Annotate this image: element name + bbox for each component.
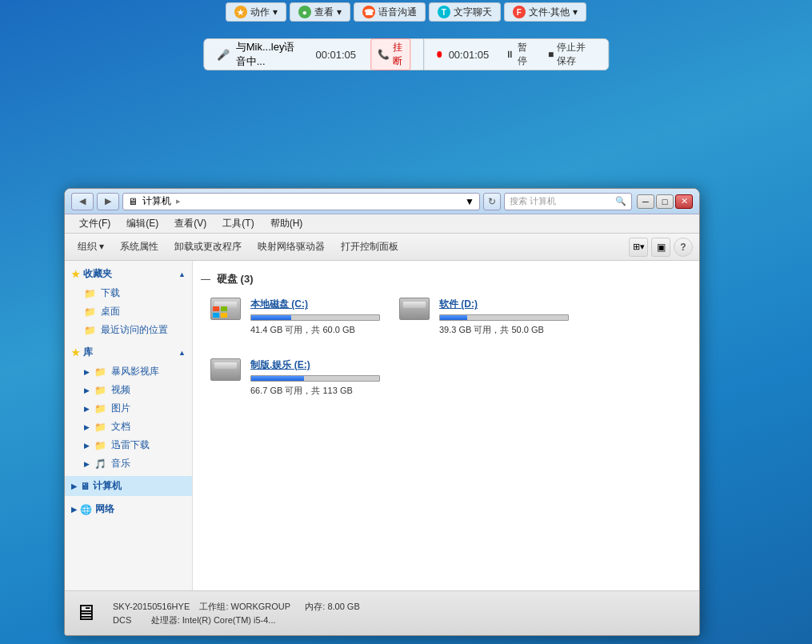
sidebar-library-header[interactable]: ★ 库 ▲ xyxy=(65,342,192,362)
hangup-button[interactable]: 📞 挂断 xyxy=(370,38,411,70)
folder-icon: 📁 xyxy=(84,325,96,336)
back-button[interactable]: ◀ xyxy=(71,193,94,210)
drive-c-name: 本地磁盘 (C:) xyxy=(250,298,380,311)
voice-button[interactable]: ☎ 语音沟通 xyxy=(354,2,426,22)
menu-file[interactable]: 文件(F) xyxy=(71,215,118,232)
refresh-button[interactable]: ↻ xyxy=(483,193,501,210)
voice-label: 语音沟通 xyxy=(378,6,417,19)
view-mode-button[interactable]: ⊞▾ xyxy=(629,238,648,257)
folder-icon: 📁 xyxy=(84,288,96,299)
address-bar[interactable]: 🖥 计算机 ▸ ▼ xyxy=(122,193,480,210)
recent-label: 最近访问的位置 xyxy=(101,323,168,337)
sidebar-item-video[interactable]: ▶ 📁 视频 xyxy=(65,381,192,399)
folder-icon: 📁 xyxy=(94,403,106,414)
address-icon: 🖥 xyxy=(128,196,138,207)
drives-section-header: 硬盘 (3) xyxy=(201,272,691,286)
command-bar: 组织 ▾ 系统属性 卸载或更改程序 映射网络驱动器 打开控制面板 ⊞▾ ▣ ? xyxy=(65,234,699,261)
organize-button[interactable]: 组织 ▾ xyxy=(71,238,110,256)
dc-label: DCS xyxy=(113,615,131,625)
recording-info: 00:01:05 ⏸ 暂停 ■ 停止并保存 xyxy=(424,38,610,70)
chevron-down-icon: ▲ xyxy=(178,349,186,357)
video-label: 视频 xyxy=(111,383,130,397)
computer-icon: 🖥 xyxy=(80,481,90,492)
drive-e-icon xyxy=(210,358,242,387)
sidebar-item-thunder[interactable]: ▶ 📁 迅雷下载 xyxy=(65,436,192,454)
menu-tools[interactable]: 工具(T) xyxy=(214,215,262,232)
uninstall-button[interactable]: 卸载或更改程序 xyxy=(168,238,248,256)
stop-button[interactable]: ■ 停止并保存 xyxy=(543,39,595,70)
preview-pane-button[interactable]: ▣ xyxy=(651,238,670,257)
music-label: 音乐 xyxy=(111,457,130,470)
svg-rect-1 xyxy=(221,306,227,311)
drive-e-item[interactable]: 制版.娱乐 (E:) 66.7 GB 可用，共 113 GB xyxy=(207,355,383,400)
download-label: 下载 xyxy=(101,286,120,300)
svg-rect-2 xyxy=(213,313,219,318)
expand-icon: ▶ xyxy=(84,442,90,450)
minimize-button[interactable]: ─ xyxy=(637,194,654,209)
close-button[interactable]: ✕ xyxy=(675,194,693,209)
phone-icon: 📞 xyxy=(378,49,390,60)
action-button[interactable]: ★ 动作 ▾ xyxy=(226,2,286,22)
sidebar-item-pictures[interactable]: ▶ 📁 图片 xyxy=(65,399,192,418)
mic-icon: 🎤 xyxy=(217,49,230,61)
search-input[interactable]: 搜索 计算机 🔍 xyxy=(504,193,632,210)
menu-view[interactable]: 查看(V) xyxy=(166,215,214,232)
sys-props-button[interactable]: 系统属性 xyxy=(114,238,165,256)
expand-icon: ▶ xyxy=(84,405,90,413)
drive-c-stats: 41.4 GB 可用，共 60.0 GB xyxy=(250,324,380,336)
library-icon: ★ xyxy=(71,347,80,358)
stop-icon: ■ xyxy=(548,49,554,60)
rec-timer: 00:01:05 xyxy=(449,49,490,61)
sidebar-favorites-header[interactable]: ★ 收藏夹 ▲ xyxy=(65,264,192,284)
sidebar-item-music[interactable]: ▶ 🎵 音乐 xyxy=(65,454,192,473)
workgroup: 工作组: WORKGROUP xyxy=(199,602,290,611)
drive-d-fill xyxy=(440,315,467,320)
folder-icon: 📁 xyxy=(94,366,106,378)
section-title: 硬盘 (3) xyxy=(217,272,254,286)
drive-c-fill xyxy=(251,315,291,320)
drive-d-item[interactable]: 软件 (D:) 39.3 GB 可用，共 50.0 GB xyxy=(396,294,572,339)
action-label: 动作 xyxy=(250,6,270,19)
file-button[interactable]: F 文件·其他 ▾ xyxy=(504,2,586,22)
windows-logo-icon xyxy=(213,306,227,318)
expand-icon: ▶ xyxy=(84,386,90,394)
sidebar-item-desktop[interactable]: 📁 桌面 xyxy=(65,302,192,321)
expand-icon: ▶ xyxy=(84,460,90,468)
drives-grid: 本地磁盘 (C:) 41.4 GB 可用，共 60.0 GB 软件 (D: xyxy=(201,294,691,400)
file-icon: F xyxy=(513,6,526,18)
sidebar-network-header[interactable]: ▶ 🌐 网络 xyxy=(65,499,192,519)
network-label: 网络 xyxy=(95,502,114,516)
drive-e-body xyxy=(210,358,241,381)
computer-label: 计算机 xyxy=(93,479,122,493)
menu-help[interactable]: 帮助(H) xyxy=(262,215,311,232)
sidebar-item-download[interactable]: 📁 下载 xyxy=(65,284,192,302)
forward-button[interactable]: ▶ xyxy=(97,193,119,210)
sidebar-item-docs[interactable]: ▶ 📁 文档 xyxy=(65,418,192,436)
svg-rect-0 xyxy=(213,306,219,311)
drive-c-icon xyxy=(210,298,242,326)
control-panel-button[interactable]: 打开控制面板 xyxy=(334,238,405,256)
map-drive-button[interactable]: 映射网络驱动器 xyxy=(251,238,331,256)
call-info: 🎤 与Mik...ley语音中... 00:01:05 📞 挂断 xyxy=(203,38,424,70)
explorer-window: ◀ ▶ 🖥 计算机 ▸ ▼ ↻ 搜索 计算机 🔍 ─ □ ✕ 文件(F) 编辑(… xyxy=(64,188,700,636)
view-icon: ● xyxy=(298,6,311,18)
drive-c-item[interactable]: 本地磁盘 (C:) 41.4 GB 可用，共 60.0 GB xyxy=(207,294,383,339)
search-icon: 🔍 xyxy=(615,196,626,206)
file-label: 文件·其他 xyxy=(529,6,570,19)
search-label: 搜索 计算机 xyxy=(510,195,612,207)
sidebar-item-baofeng[interactable]: ▶ 📁 暴风影视库 xyxy=(65,362,192,381)
folder-icon: 📁 xyxy=(94,385,106,396)
view-button[interactable]: ● 查看 ▾ xyxy=(290,2,350,22)
maximize-button[interactable]: □ xyxy=(656,194,674,209)
sidebar-computer-header[interactable]: ▶ 🖥 计算机 xyxy=(65,476,192,496)
menu-edit[interactable]: 编辑(E) xyxy=(118,215,166,232)
status-line-1: SKY-20150516HYE 工作组: WORKGROUP 内存: 8.00 … xyxy=(113,601,360,613)
pause-button[interactable]: ⏸ 暂停 xyxy=(500,39,534,70)
text-icon: T xyxy=(438,6,450,18)
text-chat-button[interactable]: T 文字聊天 xyxy=(429,2,501,22)
sidebar-item-recent[interactable]: 📁 最近访问的位置 xyxy=(65,321,192,339)
address-dropdown[interactable]: ▼ xyxy=(465,196,474,207)
help-button[interactable]: ? xyxy=(674,238,693,257)
address-breadcrumb: 计算机 xyxy=(142,194,171,208)
folder-icon: 📁 xyxy=(84,306,96,318)
